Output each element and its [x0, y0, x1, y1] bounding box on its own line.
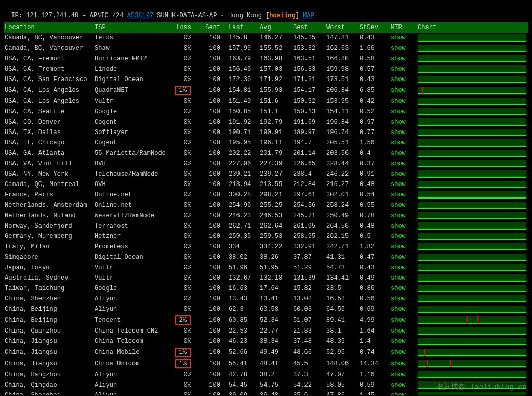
cell-chart: [418, 96, 528, 107]
mtr-link[interactable]: show: [391, 98, 406, 105]
cell-best: 150.92: [293, 96, 326, 107]
cell-chart: [418, 33, 528, 43]
mtr-link[interactable]: show: [391, 233, 406, 240]
col-worst[interactable]: Worst: [326, 22, 360, 33]
mtr-link[interactable]: show: [391, 118, 406, 126]
mtr-link[interactable]: show: [391, 139, 406, 147]
col-mtr[interactable]: MTR: [391, 22, 418, 33]
mtr-link[interactable]: show: [391, 108, 406, 115]
mtr-link[interactable]: show: [391, 129, 406, 136]
table-row: USA, CA, Los AngelesVultr0%100151.49151.…: [4, 96, 528, 107]
mtr-link[interactable]: show: [391, 371, 406, 378]
cell-loss: 0%: [170, 336, 200, 347]
cell-stdev: 1.82: [360, 242, 391, 252]
mtr-link[interactable]: show: [391, 274, 406, 282]
cell-worst: 166.88: [326, 54, 360, 64]
mtr-link[interactable]: show: [391, 160, 406, 167]
col-loss[interactable]: Loss: [170, 22, 200, 33]
mtr-link[interactable]: show: [391, 87, 406, 94]
mtr-link[interactable]: show: [391, 243, 406, 250]
col-avg[interactable]: Avg: [260, 22, 293, 33]
cell-worst: 264.56: [326, 221, 360, 231]
cell-avg: 38.34: [260, 336, 293, 347]
cell-last: 13.43: [229, 294, 260, 304]
mtr-link[interactable]: show: [391, 55, 406, 62]
mtr-link[interactable]: show: [391, 254, 406, 261]
cell-isp: China Telecom: [95, 336, 170, 347]
mtr-link[interactable]: show: [391, 285, 406, 292]
mtr-link[interactable]: show: [391, 360, 406, 367]
cell-loss: 0%: [170, 294, 200, 304]
mtr-link[interactable]: show: [391, 222, 406, 230]
mtr-link[interactable]: show: [391, 327, 406, 335]
cell-stdev: 0.43: [360, 262, 391, 273]
col-chart[interactable]: Chart: [418, 22, 528, 33]
cell-loss: 0%: [170, 221, 200, 231]
cell-chart: [418, 200, 528, 210]
as-link[interactable]: AS38197: [127, 12, 153, 19]
col-location[interactable]: Location: [4, 22, 95, 33]
cell-chart: [418, 107, 528, 117]
cell-avg: 255.25: [260, 200, 293, 210]
cell-location: China, Jiangsu: [4, 336, 95, 347]
cell-stdev: 0.59: [360, 380, 391, 390]
cell-chart: [418, 210, 528, 221]
mtr-link[interactable]: show: [391, 65, 406, 73]
cell-loss: 0%: [170, 273, 200, 283]
cell-isp: China Telecom CN2: [95, 326, 170, 336]
cell-chart: [418, 148, 528, 159]
mtr-link[interactable]: show: [391, 76, 406, 83]
cell-loss: 0%: [170, 231, 200, 242]
map-link[interactable]: MAP: [303, 12, 314, 19]
cell-stdev: 1.45: [360, 390, 391, 396]
cell-chart: [418, 252, 528, 262]
mtr-link[interactable]: show: [391, 316, 406, 324]
mtr-link[interactable]: show: [391, 202, 406, 209]
cell-sent: 100: [200, 179, 229, 190]
header-row: Location ISP Loss Sent Last Avg Best Wor…: [4, 22, 528, 33]
col-sent[interactable]: Sent: [200, 22, 229, 33]
cell-stdev: 14.34: [360, 358, 391, 369]
cell-mtr: show: [391, 252, 418, 262]
cell-sent: 100: [200, 242, 229, 252]
mtr-link[interactable]: show: [391, 34, 406, 42]
table-row: China, HangzhouAliyun0%10042.7838.237.34…: [4, 369, 528, 380]
col-best[interactable]: Best: [293, 22, 326, 33]
cell-isp: Digital Ocean: [95, 252, 170, 262]
cell-last: 54.45: [229, 380, 260, 390]
mtr-link[interactable]: show: [391, 349, 406, 356]
mtr-link[interactable]: show: [391, 295, 406, 302]
mtr-link[interactable]: show: [391, 264, 406, 271]
mtr-link[interactable]: show: [391, 45, 406, 52]
cell-isp: 55 Marietta/RamNode: [95, 148, 170, 159]
header-line: IP: 121.127.241.48 – APNIC /24 AS38197 S…: [4, 3, 528, 22]
mtr-link[interactable]: show: [391, 381, 406, 389]
latency-sparkline: [418, 212, 526, 219]
mtr-link[interactable]: show: [391, 170, 406, 178]
mtr-link[interactable]: show: [391, 212, 406, 219]
col-stdev[interactable]: StDev: [360, 22, 391, 33]
cell-avg: 48.41: [260, 358, 293, 369]
loss-highlight: 1%: [175, 348, 191, 357]
cell-sent: 100: [200, 347, 229, 358]
col-isp[interactable]: ISP: [95, 22, 170, 33]
cell-sent: 100: [200, 64, 229, 74]
cell-worst: 54.73: [326, 262, 360, 273]
table-row: China, QingdaoAliyun0%10054.4554.7554.22…: [4, 380, 528, 390]
mtr-link[interactable]: show: [391, 306, 406, 313]
cell-best: 60.03: [293, 304, 326, 314]
cell-loss: 0%: [170, 262, 200, 273]
table-row: SingaporeDigital Ocean0%10038.0238.2637.…: [4, 252, 528, 262]
mtr-link[interactable]: show: [391, 191, 406, 199]
latency-sparkline: [418, 316, 526, 324]
mtr-link[interactable]: show: [391, 150, 406, 157]
cell-mtr: show: [391, 179, 418, 190]
cell-sent: 100: [200, 148, 229, 159]
mtr-link[interactable]: show: [391, 392, 406, 396]
col-last[interactable]: Last: [229, 22, 260, 33]
cell-mtr: show: [391, 64, 418, 74]
cell-chart: [418, 231, 528, 242]
cell-location: Netherlands, Nuland: [4, 210, 95, 221]
mtr-link[interactable]: show: [391, 181, 406, 188]
mtr-link[interactable]: show: [391, 338, 406, 345]
